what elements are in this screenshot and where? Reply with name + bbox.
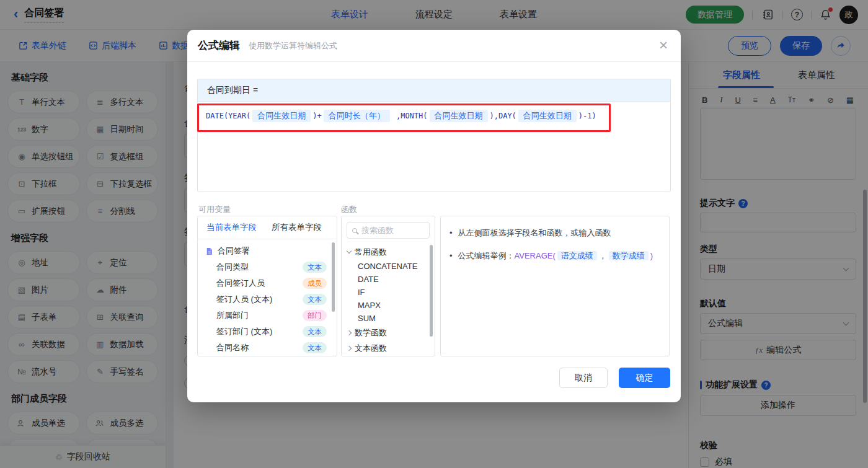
field-token[interactable]: 合同生效日期 [518, 110, 577, 122]
formula-code: ,MONTH( [392, 112, 428, 120]
field-type-badge: 部门 [303, 310, 327, 321]
field-type-badge: 文本 [303, 326, 327, 337]
formula-code: )-1) [578, 112, 596, 120]
form-tree-root[interactable]: 合同签署 [198, 243, 337, 259]
function-search-input[interactable]: 搜索函数 [347, 222, 430, 239]
variable-field-row[interactable]: 签订部门 (文本)文本 [198, 324, 337, 340]
formula-code: )+ [312, 112, 321, 120]
confirm-button[interactable]: 确定 [619, 368, 670, 388]
modal-title: 公式编辑 [198, 38, 240, 53]
search-icon [352, 228, 357, 233]
variable-field-row[interactable]: 合同签订人员成员 [198, 275, 337, 291]
field-name: 合同签订人员 [216, 278, 265, 289]
example-token: 数学成绩 [609, 251, 649, 260]
field-token[interactable]: 合同生效日期 [430, 110, 488, 122]
field-token[interactable]: 合同时长（年） [324, 110, 390, 122]
function-group-math[interactable]: 数学函数 [342, 325, 435, 340]
field-name: 签订人员 (文本) [216, 294, 272, 305]
function-item[interactable]: IF [342, 286, 435, 299]
chevron-right-icon [347, 330, 352, 335]
tab-all-form-fields[interactable]: 所有表单字段 [272, 222, 322, 233]
function-item[interactable]: MAPX [342, 299, 435, 312]
variable-field-row[interactable]: 合同名称文本 [198, 340, 337, 356]
field-type-badge: 文本 [303, 294, 327, 305]
bullet: • [450, 226, 453, 240]
form-file-icon [205, 247, 213, 255]
field-name: 所属部门 [216, 310, 249, 321]
function-item[interactable]: DATE [342, 273, 435, 286]
example-token: 语文成绩 [557, 251, 597, 260]
form-name: 合同签署 [218, 245, 250, 257]
functions-scrollbar[interactable] [430, 245, 433, 337]
field-type-badge: 文本 [303, 342, 327, 353]
formula-editor-modal: 公式编辑 使用数学运算符编辑公式 × 合同到期日 = DATE(YEAR(合同生… [187, 30, 681, 402]
field-token[interactable]: 合同生效日期 [252, 110, 311, 122]
tip-line-1: 从左侧面板选择字段名和函数，或输入函数 [458, 226, 611, 240]
bullet: • [450, 249, 453, 263]
formula-target: 合同到期日 = [198, 79, 670, 102]
function-item[interactable]: CONCATENATE [342, 260, 435, 273]
chevron-right-icon [347, 345, 352, 350]
variables-scrollbar[interactable] [332, 242, 335, 312]
variables-panel: 当前表单字段 所有表单字段 合同签署 合同类型文本 合同签订人员成员 签订人员 … [197, 216, 337, 356]
functions-label: 函数 [341, 204, 357, 215]
variable-field-row[interactable]: 合同类型文本 [198, 259, 337, 275]
variable-field-row[interactable]: 所属部门部门 [198, 307, 337, 324]
tab-current-form-fields[interactable]: 当前表单字段 [206, 222, 257, 233]
formula-tips-panel: • 从左侧面板选择字段名和函数，或输入函数 • 公式编辑举例：AVERAGE(语… [440, 216, 670, 356]
field-type-badge: 文本 [303, 262, 327, 273]
field-type-badge: 成员 [303, 278, 327, 289]
formula-code: ),DAY( [490, 112, 516, 120]
formula-editor-box: 合同到期日 = DATE(YEAR(合同生效日期)+合同时长（年） ,MONTH… [197, 79, 671, 192]
variable-field-row[interactable]: 文本 [198, 356, 337, 356]
function-group-common[interactable]: 常用函数 [342, 244, 435, 260]
tip-line-2: 公式编辑举例：AVERAGE(语文成绩，数学成绩) [458, 249, 653, 263]
example-function: AVERAGE( [515, 251, 556, 260]
close-icon[interactable]: × [659, 38, 668, 53]
formula-code: DATE(YEAR( [206, 112, 250, 120]
function-item[interactable]: SUM [342, 312, 435, 325]
functions-panel: 搜索函数 常用函数 CONCATENATE DATE IF MAPX SUM 数… [341, 216, 435, 356]
field-name: 合同名称 [216, 342, 249, 353]
cancel-button[interactable]: 取消 [559, 368, 608, 388]
chevron-down-icon [347, 249, 352, 254]
formula-input-area[interactable]: DATE(YEAR(合同生效日期)+合同时长（年） ,MONTH(合同生效日期)… [198, 102, 670, 130]
variable-field-row[interactable]: 签订人员 (文本)文本 [198, 291, 337, 307]
modal-subtitle: 使用数学运算符编辑公式 [249, 40, 337, 51]
variables-label: 可用变量 [198, 204, 231, 215]
field-name: 签订部门 (文本) [216, 326, 272, 337]
function-group-text[interactable]: 文本函数 [342, 340, 435, 356]
field-name: 合同类型 [216, 262, 249, 273]
search-placeholder: 搜索函数 [361, 225, 394, 236]
